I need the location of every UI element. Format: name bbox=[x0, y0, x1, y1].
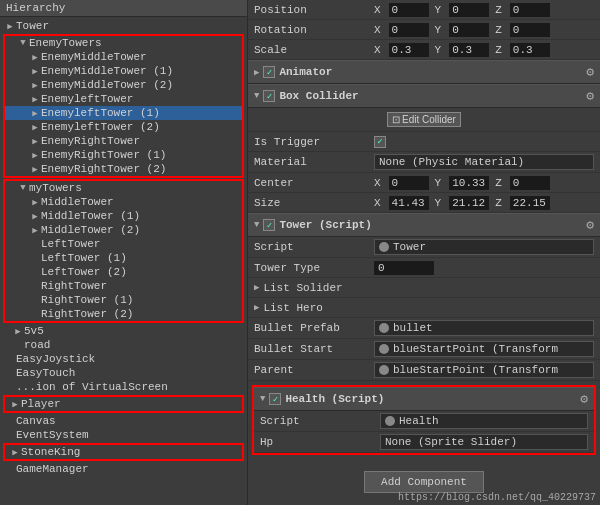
size-y[interactable] bbox=[449, 196, 489, 210]
tree-item-enemy-right-1[interactable]: ▶ EnemyRightTower (1) bbox=[5, 148, 242, 162]
tower-script-checkbox[interactable]: ✓ bbox=[263, 219, 275, 231]
hp-label: Hp bbox=[260, 436, 380, 448]
tree-item-left-1[interactable]: LeftTower (1) bbox=[5, 251, 242, 265]
tree-item-right-2[interactable]: RightTower (2) bbox=[5, 307, 242, 321]
rotation-z[interactable] bbox=[510, 23, 550, 37]
tree-item-easytouch[interactable]: EasyTouch bbox=[0, 366, 247, 380]
tower-type-row: Tower Type bbox=[248, 258, 600, 278]
tree-item-virtualscreen[interactable]: ...ion of VirtualScreen bbox=[0, 380, 247, 394]
list-solider-label: List Solider bbox=[263, 282, 383, 294]
tower-script-row: Script Tower bbox=[248, 237, 600, 258]
tree-item-canvas[interactable]: Canvas bbox=[0, 414, 247, 428]
tower-script-arrow: ▼ bbox=[254, 220, 259, 230]
hp-value: None (Sprite Slider) bbox=[380, 434, 588, 450]
tree-item-eventsystem[interactable]: EventSystem bbox=[0, 428, 247, 442]
add-component-button[interactable]: Add Component bbox=[364, 471, 484, 493]
box-collider-section-header[interactable]: ▼ ✓ Box Collider ⚙ bbox=[248, 84, 600, 108]
position-y[interactable] bbox=[449, 3, 489, 17]
tree-item-enemy-left-2[interactable]: ▶ EnemyleftTower (2) bbox=[5, 120, 242, 134]
tree-item-gamemanager[interactable]: GameManager bbox=[0, 462, 247, 476]
hp-row: Hp None (Sprite Slider) bbox=[254, 432, 594, 453]
tree-item-enemy-right-0[interactable]: ▶ EnemyRightTower bbox=[5, 134, 242, 148]
animator-checkbox[interactable]: ✓ bbox=[263, 66, 275, 78]
size-z[interactable] bbox=[510, 196, 550, 210]
tree-item-right-1[interactable]: RightTower (1) bbox=[5, 293, 242, 307]
box-collider-arrow: ▼ bbox=[254, 91, 259, 101]
scale-label: Scale bbox=[254, 44, 374, 56]
tree-item-easyjoystick[interactable]: EasyJoystick bbox=[0, 352, 247, 366]
rotation-x[interactable] bbox=[389, 23, 429, 37]
position-values: X Y Z bbox=[374, 3, 594, 17]
tree-item-left-0[interactable]: LeftTower bbox=[5, 237, 242, 251]
bullet-start-value: blueStartPoint (Transform bbox=[374, 341, 594, 357]
center-row: Center X Y Z bbox=[248, 173, 600, 193]
hierarchy-content[interactable]: ▶ Tower ▼ EnemyTowers ▶ EnemyMiddleTower… bbox=[0, 17, 247, 505]
tree-item-enemy-middle-1[interactable]: ▶ EnemyMiddleTower bbox=[5, 50, 242, 64]
list-hero-row: ▶ List Hero bbox=[248, 298, 600, 318]
center-label: Center bbox=[254, 177, 374, 189]
health-script-gear-icon[interactable]: ⚙ bbox=[580, 391, 588, 407]
tower-type-input[interactable] bbox=[374, 261, 434, 275]
tree-item-enemy-left-1[interactable]: ▶ EnemyleftTower (1) bbox=[5, 106, 242, 120]
tower-script-label: Script bbox=[254, 241, 374, 253]
material-value: None (Physic Material) bbox=[374, 154, 594, 170]
edit-collider-button[interactable]: ⊡ Edit Collider bbox=[387, 112, 461, 127]
scale-z[interactable] bbox=[510, 43, 550, 57]
tree-item-middle-2[interactable]: ▶ MiddleTower (2) bbox=[5, 223, 242, 237]
box-collider-gear-icon[interactable]: ⚙ bbox=[586, 88, 594, 104]
tree-item-enemy-middle-3[interactable]: ▶ EnemyMiddleTower (2) bbox=[5, 78, 242, 92]
tree-item-enemy-right-2[interactable]: ▶ EnemyRightTower (2) bbox=[5, 162, 242, 176]
bullet-circle-icon bbox=[379, 323, 389, 333]
scale-x[interactable] bbox=[389, 43, 429, 57]
center-z[interactable] bbox=[510, 176, 550, 190]
position-row: Position X Y Z bbox=[248, 0, 600, 20]
health-script-section: ▼ ✓ Health (Script) ⚙ Script Health Hp N… bbox=[252, 385, 596, 455]
tree-item-player[interactable]: ▶ Player bbox=[5, 397, 242, 411]
box-collider-checkbox[interactable]: ✓ bbox=[263, 90, 275, 102]
list-solider-arrow: ▶ bbox=[254, 282, 259, 293]
tree-item-left-2[interactable]: LeftTower (2) bbox=[5, 265, 242, 279]
position-z[interactable] bbox=[510, 3, 550, 17]
tree-item-enemy-towers[interactable]: ▼ EnemyTowers bbox=[5, 36, 242, 50]
animator-section-header[interactable]: ▶ ✓ Animator ⚙ bbox=[248, 60, 600, 84]
hierarchy-header: Hierarchy bbox=[0, 0, 247, 17]
rotation-y[interactable] bbox=[449, 23, 489, 37]
tower-script-section-header[interactable]: ▼ ✓ Tower (Script) ⚙ bbox=[248, 213, 600, 237]
size-values: X Y Z bbox=[374, 196, 594, 210]
parent-row: Parent blueStartPoint (Transform bbox=[248, 360, 600, 381]
is-trigger-checkbox[interactable]: ✓ bbox=[374, 136, 386, 148]
edit-collider-row: ⊡ Edit Collider bbox=[248, 108, 600, 132]
script-circle-icon bbox=[379, 242, 389, 252]
tree-item-5v5[interactable]: ▶ 5v5 bbox=[0, 324, 247, 338]
bullet-start-label: Bullet Start bbox=[254, 343, 374, 355]
tree-item-middle-0[interactable]: ▶ MiddleTower bbox=[5, 195, 242, 209]
is-trigger-label: Is Trigger bbox=[254, 136, 374, 148]
tree-item-road[interactable]: road bbox=[0, 338, 247, 352]
tree-item-stoneking[interactable]: ▶ StoneKing bbox=[5, 445, 242, 459]
scale-y[interactable] bbox=[449, 43, 489, 57]
animator-arrow: ▶ bbox=[254, 67, 259, 78]
position-x[interactable] bbox=[389, 3, 429, 17]
rotation-row: Rotation X Y Z bbox=[248, 20, 600, 40]
watermark: https://blog.csdn.net/qq_40229737 bbox=[398, 492, 596, 503]
bullet-start-row: Bullet Start blueStartPoint (Transform bbox=[248, 339, 600, 360]
tree-item-my-towers[interactable]: ▼ myTowers bbox=[5, 181, 242, 195]
tree-item-enemy-left-0[interactable]: ▶ EnemyleftTower bbox=[5, 92, 242, 106]
tree-item-tower[interactable]: ▶ Tower bbox=[0, 19, 247, 33]
center-y[interactable] bbox=[449, 176, 489, 190]
position-label: Position bbox=[254, 4, 374, 16]
tree-item-middle-1[interactable]: ▶ MiddleTower (1) bbox=[5, 209, 242, 223]
size-label: Size bbox=[254, 197, 374, 209]
tower-script-gear-icon[interactable]: ⚙ bbox=[586, 217, 594, 233]
health-script-icon bbox=[385, 416, 395, 426]
scale-values: X Y Z bbox=[374, 43, 594, 57]
animator-gear-icon[interactable]: ⚙ bbox=[586, 64, 594, 80]
size-x[interactable] bbox=[389, 196, 429, 210]
tree-item-enemy-middle-2[interactable]: ▶ EnemyMiddleTower (1) bbox=[5, 64, 242, 78]
health-script-label: Script bbox=[260, 415, 380, 427]
is-trigger-row: Is Trigger ✓ bbox=[248, 132, 600, 152]
center-x[interactable] bbox=[389, 176, 429, 190]
health-script-section-header[interactable]: ▼ ✓ Health (Script) ⚙ bbox=[254, 387, 594, 411]
health-script-checkbox[interactable]: ✓ bbox=[269, 393, 281, 405]
tree-item-right-0[interactable]: RightTower bbox=[5, 279, 242, 293]
